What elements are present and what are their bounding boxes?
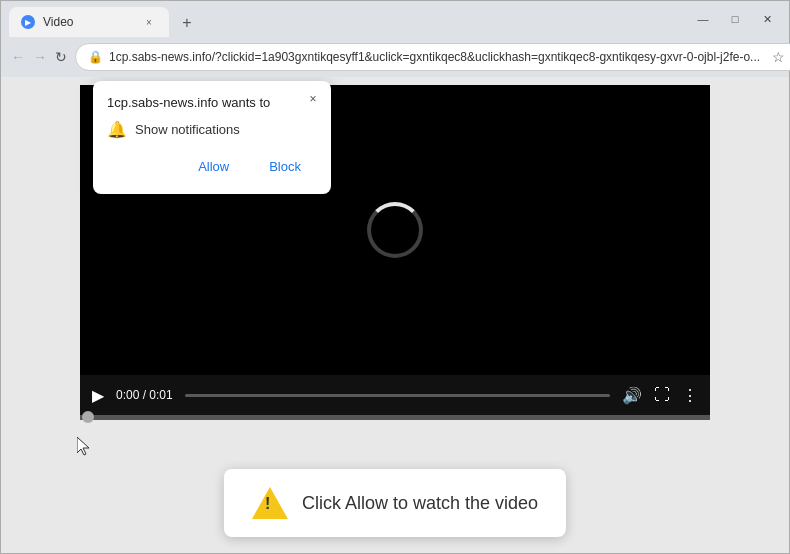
time-display: 0:00 / 0:01 [116, 388, 173, 402]
address-input[interactable]: 🔒 1cp.sabs-news.info/?clickid=1a903gxnti… [75, 43, 790, 71]
block-button[interactable]: Block [253, 153, 317, 180]
mouse-cursor [77, 437, 91, 457]
tab-strip: ▶ Video × + [9, 1, 685, 37]
svg-marker-0 [77, 437, 89, 455]
popup-close-button[interactable]: × [303, 89, 323, 109]
active-tab[interactable]: ▶ Video × [9, 7, 169, 37]
forward-button[interactable]: → [33, 43, 47, 71]
click-allow-banner: Click Allow to watch the video [224, 469, 566, 537]
video-controls: ▶ 0:00 / 0:01 🔊 ⛶ ⋮ [80, 375, 710, 415]
page-content: Black ▶ 0:00 / 0:01 🔊 ⛶ ⋮ [1, 77, 789, 553]
play-button[interactable]: ▶ [92, 386, 104, 405]
progress-knob [82, 411, 94, 423]
video-progress-bottom[interactable] [80, 415, 710, 420]
window-controls: — □ ✕ [689, 5, 781, 33]
fullscreen-icon[interactable]: ⛶ [654, 386, 670, 404]
minimize-button[interactable]: — [689, 5, 717, 33]
popup-buttons: Allow Block [107, 153, 317, 180]
progress-bar[interactable] [185, 394, 610, 397]
address-bar: ← → ↻ 🔒 1cp.sabs-news.info/?clickid=1a90… [1, 37, 789, 77]
new-tab-button[interactable]: + [173, 9, 201, 37]
loading-spinner [367, 202, 423, 258]
right-controls: 🔊 ⛶ ⋮ [622, 386, 698, 405]
permission-popup: × 1cp.sabs-news.info wants to 🔔 Show not… [93, 81, 331, 194]
tab-title: Video [43, 15, 133, 29]
tab-close-button[interactable]: × [141, 14, 157, 30]
address-text: 1cp.sabs-news.info/?clickid=1a903gxntikq… [109, 50, 760, 64]
tab-favicon: ▶ [21, 15, 35, 29]
notification-label: Show notifications [135, 122, 240, 137]
bookmark-icon[interactable]: ☆ [766, 45, 790, 69]
bell-icon: 🔔 [107, 120, 127, 139]
title-bar: ▶ Video × + — □ ✕ [1, 1, 789, 37]
close-button[interactable]: ✕ [753, 5, 781, 33]
more-options-icon[interactable]: ⋮ [682, 386, 698, 405]
allow-button[interactable]: Allow [182, 153, 245, 180]
notification-row: 🔔 Show notifications [107, 120, 317, 139]
maximize-button[interactable]: □ [721, 5, 749, 33]
back-button[interactable]: ← [11, 43, 25, 71]
volume-icon[interactable]: 🔊 [622, 386, 642, 405]
warning-icon [252, 487, 288, 519]
address-icons: ☆ [766, 45, 790, 69]
reload-button[interactable]: ↻ [55, 43, 67, 71]
popup-title: 1cp.sabs-news.info wants to [107, 95, 317, 110]
lock-icon: 🔒 [88, 50, 103, 64]
click-allow-text: Click Allow to watch the video [302, 493, 538, 514]
browser-window: ▶ Video × + — □ ✕ ← → ↻ 🔒 1cp.sabs-news.… [0, 0, 790, 554]
